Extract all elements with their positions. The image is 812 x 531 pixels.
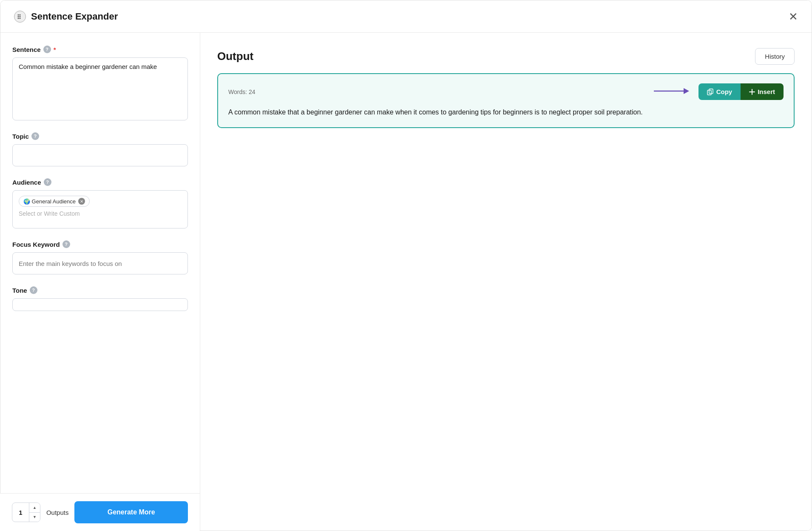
sentence-help-icon[interactable]: ? [43, 46, 51, 53]
audience-help-icon[interactable]: ? [44, 178, 51, 186]
outputs-stepper[interactable]: 1 ▲ ▼ [12, 502, 40, 522]
audience-placeholder: Select or Write Custom [19, 210, 182, 217]
insert-icon [749, 89, 755, 95]
stepper-value: 1 [12, 503, 29, 522]
word-count: Words: 24 [228, 88, 256, 95]
audience-tag-remove[interactable]: ✕ [78, 198, 85, 205]
close-button[interactable]: ✕ [789, 11, 798, 22]
stepper-up-button[interactable]: ▲ [29, 503, 40, 513]
focus-keyword-help-icon[interactable]: ? [62, 240, 70, 248]
insert-button[interactable]: Insert [741, 83, 784, 100]
output-header: Output History [217, 48, 795, 65]
topic-input[interactable]: Gardening Tips for Beginners [12, 144, 188, 166]
topic-help-icon[interactable]: ? [31, 132, 39, 140]
focus-keyword-field-group: Focus Keyword ? [12, 240, 188, 274]
sentence-input[interactable]: Common mistake a beginner gardener can m… [12, 57, 188, 120]
audience-box[interactable]: 🌍 General Audience ✕ Select or Write Cus… [12, 190, 188, 228]
audience-tag-general: 🌍 General Audience ✕ [19, 196, 90, 207]
sentence-field-group: Sentence ? * Common mistake a beginner g… [12, 46, 188, 120]
svg-point-3 [20, 16, 21, 17]
sentence-label: Sentence ? * [12, 46, 188, 53]
focus-keyword-input[interactable] [12, 252, 188, 274]
tone-field-group: Tone ? [12, 286, 188, 311]
tone-input[interactable] [12, 298, 188, 311]
svg-point-5 [20, 17, 21, 19]
history-button[interactable]: History [755, 48, 795, 65]
output-card: Words: 24 [217, 73, 795, 128]
audience-field-group: Audience ? 🌍 General Audience ✕ Select o… [12, 178, 188, 228]
stepper-arrows: ▲ ▼ [29, 503, 40, 522]
audience-label: Audience ? [12, 178, 188, 186]
svg-point-0 [18, 14, 19, 15]
outputs-label: Outputs [46, 509, 69, 516]
tone-label: Tone ? [12, 286, 188, 294]
generate-more-button[interactable]: Generate More [74, 501, 188, 523]
main-content: Sentence ? * Common mistake a beginner g… [0, 33, 812, 531]
right-panel: Output History Words: 24 [200, 33, 812, 531]
app-window: Sentence Expander ✕ Sentence ? * Common … [0, 0, 812, 531]
output-card-header: Words: 24 [228, 83, 784, 100]
tone-help-icon[interactable]: ? [30, 286, 37, 294]
menu-icon-button[interactable] [14, 11, 26, 23]
output-text: A common mistake that a beginner gardene… [228, 107, 784, 118]
svg-point-1 [20, 14, 21, 15]
left-panel: Sentence ? * Common mistake a beginner g… [0, 33, 200, 531]
copy-button[interactable]: Copy [698, 83, 741, 100]
copy-icon [707, 88, 714, 95]
svg-point-2 [18, 16, 19, 17]
title-left: Sentence Expander [14, 11, 118, 23]
topic-field-group: Topic ? Gardening Tips for Beginners [12, 132, 188, 166]
output-actions: Copy Insert [698, 83, 784, 100]
topic-label: Topic ? [12, 132, 188, 140]
svg-marker-7 [684, 88, 689, 94]
focus-keyword-label: Focus Keyword ? [12, 240, 188, 248]
output-title: Output [217, 50, 253, 63]
arrow-annotation [652, 85, 690, 99]
svg-point-4 [18, 17, 19, 19]
app-title: Sentence Expander [31, 11, 118, 22]
bottom-bar: 1 ▲ ▼ Outputs Generate More [0, 493, 200, 531]
title-bar: Sentence Expander ✕ [0, 0, 812, 33]
stepper-down-button[interactable]: ▼ [29, 513, 40, 522]
